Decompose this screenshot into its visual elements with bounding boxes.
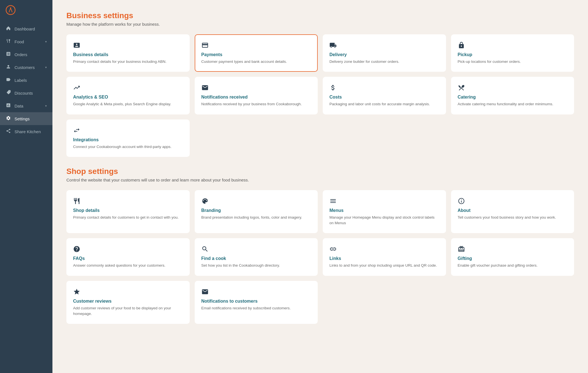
card-title: Business details (73, 52, 183, 57)
shop-settings-section: Shop settings Control the website that y… (66, 167, 574, 324)
card-desc: Set how you list in the Cookaborough dir… (201, 263, 311, 268)
card-title: Pickup (458, 52, 568, 57)
find-a-cook-icon (201, 245, 311, 253)
card-desc: Primary contact details for your busines… (73, 59, 183, 64)
sidebar-item-label: Food (15, 39, 42, 44)
svg-point-0 (6, 6, 15, 15)
card-branding[interactable]: Branding Brand presentation including lo… (195, 190, 318, 233)
card-title: About (458, 208, 568, 213)
card-desc: Email notifications received by subscrib… (201, 305, 311, 311)
card-notifications-to-customers[interactable]: Notifications to customers Email notific… (195, 281, 318, 324)
business-settings-title: Business settings (66, 11, 574, 20)
shop-details-icon (73, 197, 183, 205)
discounts-icon (6, 90, 11, 96)
shop-settings-title: Shop settings (66, 167, 574, 176)
faqs-icon (73, 245, 183, 253)
main-content: Business settings Manage how the platfor… (52, 0, 588, 373)
logo[interactable] (0, 0, 52, 20)
delivery-icon (329, 42, 439, 49)
sidebar-item-dashboard[interactable]: Dashboard (0, 22, 52, 35)
card-find-a-cook[interactable]: Find a cook Set how you list in the Cook… (195, 238, 318, 276)
customer-reviews-icon (73, 288, 183, 295)
card-integrations[interactable]: Integrations Connect your Cookaborough a… (66, 119, 190, 157)
sidebar-item-share-kitchen[interactable]: Share Kitchen (0, 125, 52, 138)
card-title: Integrations (73, 137, 183, 142)
card-pickup[interactable]: Pickup Pick-up locations for customer or… (451, 34, 574, 72)
business-cards-row3: Integrations Connect your Cookaborough a… (66, 119, 574, 157)
card-title: Links (329, 256, 439, 261)
costs-icon (329, 84, 439, 91)
card-title: Customer reviews (73, 299, 183, 304)
card-shop-details[interactable]: Shop details Primary contact details for… (66, 190, 190, 233)
food-icon (6, 39, 11, 45)
notifications-received-icon (201, 84, 311, 91)
card-title: Shop details (73, 208, 183, 213)
sidebar-item-label: Settings (15, 116, 47, 121)
card-desc: Links to and from your shop including un… (329, 263, 439, 268)
card-desc: Add customer reviews of your food to be … (73, 305, 183, 317)
chevron-down-icon: ▾ (45, 40, 47, 44)
sidebar-item-food[interactable]: Food ▾ (0, 35, 52, 48)
card-title: FAQs (73, 256, 183, 261)
business-settings-section: Business settings Manage how the platfor… (66, 11, 574, 157)
card-about[interactable]: About Tell customers your food business … (451, 190, 574, 233)
sidebar-item-settings[interactable]: Settings (0, 112, 52, 125)
card-title: Delivery (329, 52, 439, 57)
sidebar-item-orders[interactable]: Orders (0, 48, 52, 61)
shop-cards-row1: Shop details Primary contact details for… (66, 190, 574, 233)
shop-settings-subtitle: Control the website that your customers … (66, 178, 574, 182)
card-links[interactable]: Links Links to and from your shop includ… (323, 238, 446, 276)
branding-icon (201, 197, 311, 205)
business-cards-row1: Business details Primary contact details… (66, 34, 574, 72)
data-icon (6, 103, 11, 109)
payments-icon (201, 42, 311, 49)
card-notifications-received[interactable]: Notifications received Notifications rec… (195, 77, 318, 114)
integrations-icon (73, 127, 183, 134)
sidebar-item-label: Data (15, 104, 42, 108)
business-details-icon (73, 42, 183, 49)
shop-cards-row2: FAQs Answer commonly asked questions for… (66, 238, 574, 276)
sidebar-item-data[interactable]: Data ▾ (0, 99, 52, 112)
sidebar-item-labels[interactable]: Labels (0, 74, 52, 87)
card-business-details[interactable]: Business details Primary contact details… (66, 34, 190, 72)
orders-icon (6, 51, 11, 58)
sidebar-item-label: Customers (15, 65, 42, 70)
card-desc: Answer commonly asked questions for your… (73, 263, 183, 268)
card-title: Branding (201, 208, 311, 213)
card-desc: Customer payment types and bank account … (201, 59, 311, 64)
card-costs[interactable]: Costs Packaging and labor unit costs for… (323, 77, 446, 114)
card-payments[interactable]: Payments Customer payment types and bank… (195, 34, 318, 72)
analytics-icon (73, 84, 183, 91)
card-desc: Enable gift voucher purchase and gifting… (458, 263, 568, 268)
svg-point-1 (10, 8, 11, 9)
card-customer-reviews[interactable]: Customer reviews Add customer reviews of… (66, 281, 190, 324)
card-desc: Activate catering menu functionality and… (458, 101, 568, 107)
sidebar-item-discounts[interactable]: Discounts (0, 87, 52, 99)
settings-icon (6, 116, 11, 122)
card-title: Costs (329, 95, 439, 100)
card-gifting[interactable]: Gifting Enable gift voucher purchase and… (451, 238, 574, 276)
shop-cards-row3: Customer reviews Add customer reviews of… (66, 281, 574, 324)
business-cards-row2: Analytics & SEO Google Analytic & Meta p… (66, 77, 574, 114)
business-settings-subtitle: Manage how the platform works for your b… (66, 22, 574, 27)
card-title: Payments (201, 52, 311, 57)
sidebar-item-customers[interactable]: Customers ▾ (0, 61, 52, 74)
card-desc: Brand presentation including logos, font… (201, 215, 311, 220)
card-desc: Manage your Homepage Menu display and st… (329, 215, 439, 226)
card-delivery[interactable]: Delivery Delivery zone builder for custo… (323, 34, 446, 72)
card-desc: Google Analytic & Meta pixels, plus Sear… (73, 101, 183, 107)
catering-icon (458, 84, 568, 91)
card-desc: Pick-up locations for customer orders. (458, 59, 568, 64)
sidebar-item-label: Share Kitchen (15, 129, 47, 134)
card-desc: Primary contact details for customers to… (73, 215, 183, 220)
sidebar-item-label: Orders (15, 52, 47, 57)
card-menus[interactable]: Menus Manage your Homepage Menu display … (323, 190, 446, 233)
chevron-down-icon: ▾ (45, 104, 47, 108)
card-faqs[interactable]: FAQs Answer commonly asked questions for… (66, 238, 190, 276)
card-title: Notifications received (201, 95, 311, 100)
card-analytics-seo[interactable]: Analytics & SEO Google Analytic & Meta p… (66, 77, 190, 114)
card-desc: Connect your Cookaborough account with t… (73, 144, 183, 150)
card-title: Gifting (458, 256, 568, 261)
card-title: Catering (458, 95, 568, 100)
card-catering[interactable]: Catering Activate catering menu function… (451, 77, 574, 114)
